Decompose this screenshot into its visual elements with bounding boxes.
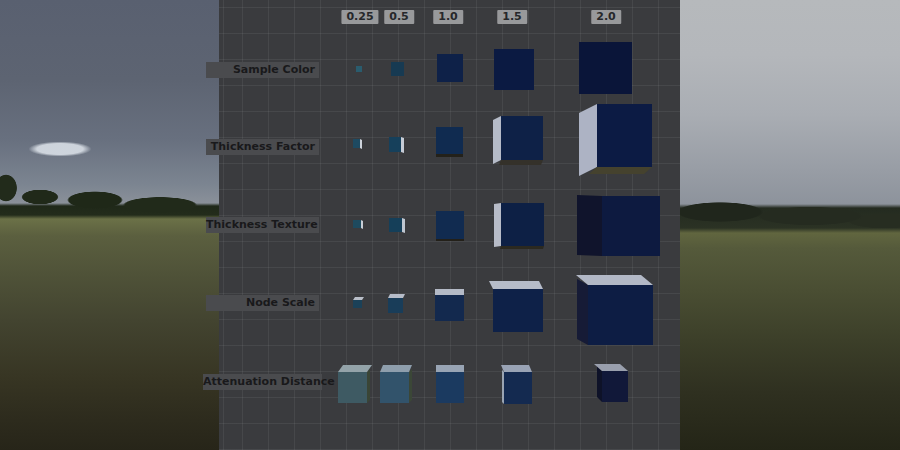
column-chip-1-5: 1.5 (497, 10, 527, 24)
cube-front-face (391, 62, 404, 76)
column-chip-1-0: 1.0 (433, 10, 463, 24)
cube-front-face (436, 372, 464, 403)
cube-front-face (588, 285, 653, 345)
cube-front-face (501, 116, 543, 160)
cube-front-face (380, 372, 409, 403)
cube-front-face (597, 104, 652, 167)
cube-top-face (380, 365, 412, 372)
cube-front-face (435, 295, 464, 321)
row-label-node-scale: Node Scale (206, 295, 319, 311)
cube-front-face (579, 42, 632, 94)
cube-front-face (602, 371, 628, 402)
cube-front-face (494, 49, 534, 90)
cube-layer (0, 0, 900, 450)
cube-front-face (353, 220, 361, 228)
cube-top-face (436, 365, 464, 372)
cube-front-face (389, 218, 402, 232)
cube-front-face (436, 211, 464, 239)
cube-front-face (338, 372, 367, 403)
cube-right-face (367, 369, 370, 403)
cube-left-face (579, 104, 597, 176)
cube-left-face (577, 195, 602, 256)
cube-top-face (501, 365, 532, 372)
cube-front-face (353, 139, 360, 148)
row-label-thickness-texture: Thickness Texture (206, 217, 319, 233)
cube-front-face (388, 298, 403, 313)
column-chip-0-5: 0.5 (384, 10, 414, 24)
cube-front-face (436, 127, 463, 154)
cube-front-face (501, 203, 544, 246)
row-label-attenuation-distance: Attenuation Distance (203, 374, 322, 390)
cube-left-face (494, 203, 501, 247)
cube-bottom-face (499, 160, 543, 165)
cube-front-face (356, 66, 362, 72)
cube-bottom-face (500, 246, 544, 249)
row-label-sample-color: Sample Color (206, 62, 319, 78)
cube-front-face (504, 372, 532, 404)
cube-left-face (577, 279, 588, 345)
cube-top-face (489, 281, 543, 289)
render-canvas[interactable]: 0.25 0.5 1.0 1.5 2.0 Sample Color Thickn… (0, 0, 900, 450)
cube-front-face (493, 289, 543, 332)
cube-front-face (353, 300, 362, 308)
cube-right-face (409, 369, 412, 403)
cube-right-face (402, 218, 405, 233)
cube-right-face (361, 220, 363, 229)
cube-front-face (602, 196, 660, 256)
cube-bottom-face (589, 167, 652, 174)
row-label-thickness-factor: Thickness Factor (206, 139, 319, 155)
cube-bottom-face (436, 239, 464, 241)
cube-right-face (401, 137, 404, 153)
cube-front-face (437, 54, 463, 82)
column-chip-0-25: 0.25 (341, 10, 378, 24)
cube-right-face (360, 139, 362, 149)
cube-top-face (576, 275, 653, 285)
cube-front-face (389, 137, 401, 152)
cube-left-face (493, 116, 501, 164)
cube-top-face (338, 365, 372, 372)
cube-bottom-face (436, 154, 463, 157)
column-chip-2-0: 2.0 (591, 10, 621, 24)
